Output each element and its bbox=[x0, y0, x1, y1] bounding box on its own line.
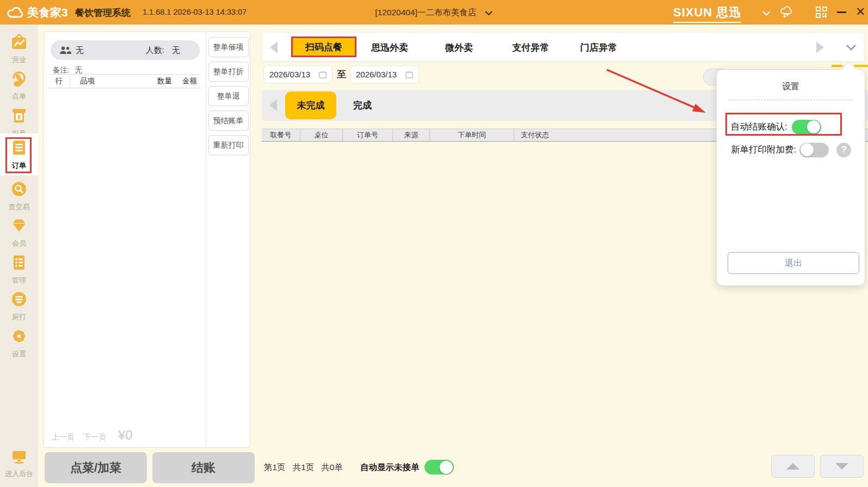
date-to-input[interactable]: 2026/03/13 bbox=[350, 65, 419, 83]
sidebar-item-label: 管理 bbox=[12, 276, 26, 285]
order-panel: 无 人数: 无 备注: 无 行 品项 数量 金额 上一页 下一页 ¥0 bbox=[44, 31, 250, 448]
channel-tabbar: 扫码点餐 思迅外卖 微外卖 支付异常 门店异常 bbox=[262, 32, 865, 62]
manage-checklist-icon bbox=[10, 253, 28, 274]
tab-micro-delivery[interactable]: 微外卖 bbox=[445, 41, 473, 54]
auto-show-toggle[interactable] bbox=[424, 460, 454, 474]
reprint-button[interactable]: 重新打印 bbox=[208, 135, 249, 155]
tabbar-dropdown-icon[interactable] bbox=[846, 44, 857, 51]
settings-gear-icon bbox=[10, 327, 28, 348]
sidebar-item-order-taking[interactable]: 点单 bbox=[0, 68, 38, 102]
tabs-scroll-right-icon[interactable] bbox=[816, 41, 824, 53]
help-button[interactable]: ? bbox=[836, 143, 851, 157]
search-transaction-icon bbox=[10, 180, 28, 200]
scroll-down-button[interactable] bbox=[820, 455, 864, 478]
sidebar-item-members[interactable]: 会员 bbox=[0, 215, 38, 249]
calendar-icon bbox=[319, 71, 327, 78]
order-touch-icon bbox=[10, 69, 28, 90]
order-panel-footer: 上一页 下一页 ¥0 bbox=[52, 428, 133, 443]
col-pickup-no: 取餐号 bbox=[262, 129, 300, 141]
status-scroll-left-icon[interactable] bbox=[269, 99, 277, 111]
close-button[interactable]: ✕ bbox=[855, 6, 865, 18]
date-separator: 至 bbox=[337, 68, 346, 81]
calendar-icon bbox=[405, 71, 413, 78]
exit-button[interactable]: 退出 bbox=[728, 252, 859, 274]
toggle-knob bbox=[801, 143, 814, 156]
member-diamond-icon bbox=[10, 216, 28, 237]
next-page-button[interactable]: 下一页 bbox=[83, 433, 106, 442]
minimize-button[interactable] bbox=[837, 11, 846, 13]
surcharge-toggle[interactable] bbox=[799, 143, 829, 157]
yellow-underline-segment bbox=[832, 65, 842, 67]
tabs-scroll-left-icon[interactable] bbox=[270, 41, 278, 53]
sidebar-item-label: 查交易 bbox=[9, 202, 30, 212]
tab-store-exception[interactable]: 门店异常 bbox=[580, 41, 617, 54]
call-number-icon: 8 bbox=[10, 106, 28, 127]
date-from-input[interactable]: 2026/03/13 bbox=[263, 65, 333, 83]
sidebar-item-label: 进入后台 bbox=[5, 469, 33, 479]
sidebar-item-business[interactable]: 营业 bbox=[0, 32, 38, 65]
refund-all-button[interactable]: 整单退 bbox=[208, 86, 249, 106]
order-items-header: 行 品项 数量 金额 bbox=[48, 74, 201, 88]
titlebar: 美食家3 餐饮管理系统 1.1.68.1 2026-03-13 14:33:07… bbox=[0, 0, 868, 25]
col-item: 品项 bbox=[70, 76, 147, 86]
brand-chevron-down-icon[interactable] bbox=[762, 9, 771, 19]
tab-sixun-delivery[interactable]: 思迅外卖 bbox=[371, 41, 408, 54]
store-name: [12020404]一二布布美食店 bbox=[375, 8, 476, 17]
chevron-down-icon bbox=[484, 10, 493, 16]
total-orders: 共0单 bbox=[321, 462, 343, 473]
current-page: 第1页 bbox=[264, 462, 286, 473]
guest-count: 人数: 无 bbox=[146, 45, 180, 56]
surcharge-row: 新单打印附加费: ? bbox=[731, 142, 851, 157]
yellow-underline-segment bbox=[854, 65, 868, 67]
col-order-no: 订单号 bbox=[343, 129, 393, 141]
sidebar-item-label: 会员 bbox=[12, 239, 26, 248]
sidebar-item-backend[interactable]: 进入后台 bbox=[0, 447, 38, 480]
order-total: ¥0 bbox=[118, 428, 133, 443]
orders-list-icon bbox=[10, 138, 28, 159]
tab-payment-exception[interactable]: 支付异常 bbox=[512, 41, 549, 54]
app-window: 美食家3 餐饮管理系统 1.1.68.1 2026-03-13 14:33:07… bbox=[0, 0, 868, 487]
checkout-button[interactable]: 结账 bbox=[152, 452, 255, 483]
tab-unfinished[interactable]: 未完成 bbox=[285, 92, 336, 119]
col-amount: 金额 bbox=[172, 76, 201, 86]
discount-all-button[interactable]: 整单打折 bbox=[208, 62, 249, 82]
table-value: 无 bbox=[76, 45, 84, 56]
auto-checkout-toggle[interactable] bbox=[792, 120, 821, 135]
settings-popup: 设置 自动结账确认: 新单打印附加费: ? 退出 bbox=[716, 69, 865, 286]
col-qty: 数量 bbox=[147, 76, 172, 86]
kitchen-print-icon bbox=[10, 290, 28, 311]
scroll-up-button[interactable] bbox=[771, 455, 815, 478]
popup-caret bbox=[841, 62, 858, 78]
pre-bill-button[interactable]: 预结账单 bbox=[208, 111, 249, 131]
sidebar-item-settings[interactable]: 设置 bbox=[0, 326, 38, 360]
tab-scan-order[interactable]: 扫码点餐 bbox=[291, 36, 356, 57]
tab-finished[interactable]: 完成 bbox=[353, 99, 372, 112]
sidebar-item-label: 订单 bbox=[12, 161, 26, 171]
auto-checkout-label: 自动结账确认: bbox=[731, 121, 787, 133]
table-selector-pill[interactable]: 无 人数: 无 bbox=[51, 40, 200, 60]
toggle-knob bbox=[807, 120, 820, 133]
surcharge-label: 新单打印附加费: bbox=[731, 144, 796, 156]
prev-page-button[interactable]: 上一页 bbox=[52, 433, 75, 442]
auto-checkout-row: 自动结账确认: bbox=[731, 118, 821, 136]
sidebar-item-label: 厨打 bbox=[12, 312, 26, 322]
urge-all-button[interactable]: 整单催项 bbox=[208, 37, 249, 57]
sidebar-item-kitchen-print[interactable]: 厨打 bbox=[0, 289, 38, 322]
auto-show-label: 自动显示未接单 bbox=[360, 462, 420, 473]
guests-icon bbox=[59, 46, 71, 54]
sidebar-item-manage[interactable]: 管理 bbox=[0, 252, 38, 286]
business-chart-icon bbox=[10, 33, 28, 53]
col-source: 来源 bbox=[393, 129, 430, 141]
triangle-down-icon bbox=[835, 463, 848, 470]
cloud-sync-icon[interactable] bbox=[779, 5, 793, 21]
main-content: 无 人数: 无 备注: 无 行 品项 数量 金额 上一页 下一页 ¥0 bbox=[38, 25, 868, 487]
sidebar: 营业 点单 8 叫号 订单 查交易 会员 管理 厨打 bbox=[0, 25, 38, 487]
backend-monitor-icon bbox=[10, 449, 28, 467]
col-order-time: 下单时间 bbox=[430, 129, 514, 141]
col-table: 桌位 bbox=[300, 129, 343, 141]
sidebar-item-orders[interactable]: 订单 bbox=[0, 133, 38, 175]
order-dishes-button[interactable]: 点菜/加菜 bbox=[45, 452, 147, 483]
col-line: 行 bbox=[48, 75, 70, 88]
sidebar-item-transactions[interactable]: 查交易 bbox=[0, 179, 38, 212]
qr-code-icon[interactable] bbox=[815, 6, 828, 21]
